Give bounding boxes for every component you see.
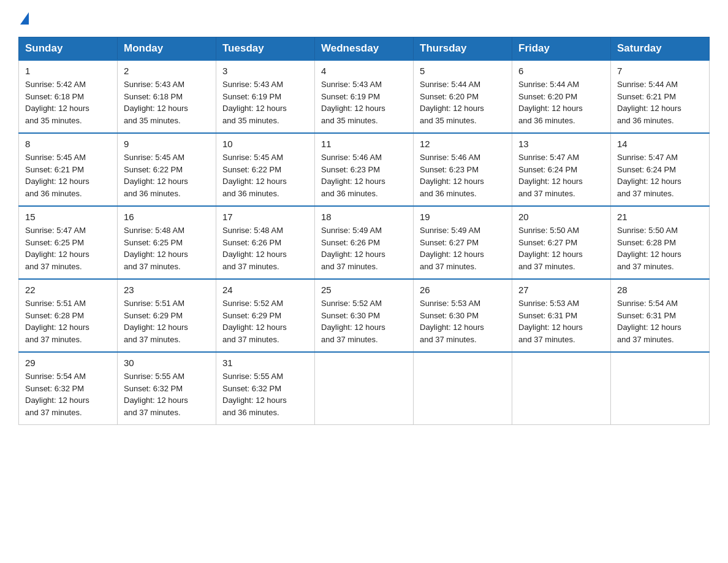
calendar-cell: 27Sunrise: 5:53 AMSunset: 6:31 PMDayligh… (512, 279, 611, 352)
header (18, 12, 710, 26)
day-info: Sunrise: 5:51 AMSunset: 6:29 PMDaylight:… (124, 297, 210, 345)
day-info: Sunrise: 5:44 AMSunset: 6:20 PMDaylight:… (518, 79, 604, 126)
day-info: Sunrise: 5:52 AMSunset: 6:30 PMDaylight:… (321, 297, 407, 345)
calendar-cell: 4Sunrise: 5:43 AMSunset: 6:19 PMDaylight… (315, 60, 414, 133)
calendar-cell: 17Sunrise: 5:48 AMSunset: 6:26 PMDayligh… (216, 206, 315, 279)
calendar-cell: 10Sunrise: 5:45 AMSunset: 6:22 PMDayligh… (216, 133, 315, 206)
day-number: 22 (25, 285, 111, 295)
calendar-cell: 24Sunrise: 5:52 AMSunset: 6:29 PMDayligh… (216, 279, 315, 352)
calendar-cell: 22Sunrise: 5:51 AMSunset: 6:28 PMDayligh… (19, 279, 118, 352)
day-info: Sunrise: 5:46 AMSunset: 6:23 PMDaylight:… (420, 151, 506, 199)
day-info: Sunrise: 5:44 AMSunset: 6:20 PMDaylight:… (420, 79, 506, 126)
day-info: Sunrise: 5:51 AMSunset: 6:28 PMDaylight:… (25, 297, 111, 345)
day-number: 24 (222, 285, 308, 295)
header-monday: Monday (118, 37, 216, 61)
calendar-cell: 16Sunrise: 5:48 AMSunset: 6:25 PMDayligh… (118, 206, 216, 279)
calendar-cell: 8Sunrise: 5:45 AMSunset: 6:21 PMDaylight… (19, 133, 118, 206)
day-info: Sunrise: 5:44 AMSunset: 6:21 PMDaylight:… (617, 79, 703, 126)
day-number: 31 (222, 358, 308, 368)
day-info: Sunrise: 5:43 AMSunset: 6:19 PMDaylight:… (321, 79, 407, 126)
header-tuesday: Tuesday (216, 37, 315, 61)
day-number: 16 (124, 212, 210, 222)
day-number: 17 (222, 212, 308, 222)
header-sunday: Sunday (19, 37, 118, 61)
calendar-cell: 7Sunrise: 5:44 AMSunset: 6:21 PMDaylight… (611, 60, 710, 133)
day-info: Sunrise: 5:49 AMSunset: 6:27 PMDaylight:… (420, 224, 506, 272)
calendar-cell: 11Sunrise: 5:46 AMSunset: 6:23 PMDayligh… (315, 133, 414, 206)
day-number: 25 (321, 285, 407, 295)
calendar-cell: 19Sunrise: 5:49 AMSunset: 6:27 PMDayligh… (414, 206, 512, 279)
day-info: Sunrise: 5:45 AMSunset: 6:22 PMDaylight:… (124, 151, 210, 199)
day-info: Sunrise: 5:53 AMSunset: 6:30 PMDaylight:… (420, 297, 506, 345)
calendar-week-row: 8Sunrise: 5:45 AMSunset: 6:21 PMDaylight… (19, 133, 710, 206)
header-thursday: Thursday (414, 37, 512, 61)
day-number: 4 (321, 66, 407, 76)
day-info: Sunrise: 5:43 AMSunset: 6:18 PMDaylight:… (124, 79, 210, 126)
header-friday: Friday (512, 37, 611, 61)
day-number: 10 (222, 139, 308, 149)
calendar-cell: 13Sunrise: 5:47 AMSunset: 6:24 PMDayligh… (512, 133, 611, 206)
calendar-week-row: 29Sunrise: 5:54 AMSunset: 6:32 PMDayligh… (19, 352, 710, 425)
day-number: 27 (518, 285, 604, 295)
calendar-cell: 30Sunrise: 5:55 AMSunset: 6:32 PMDayligh… (118, 352, 216, 425)
day-info: Sunrise: 5:55 AMSunset: 6:32 PMDaylight:… (124, 370, 210, 418)
day-info: Sunrise: 5:42 AMSunset: 6:18 PMDaylight:… (25, 79, 111, 126)
day-number: 8 (25, 139, 111, 149)
day-info: Sunrise: 5:46 AMSunset: 6:23 PMDaylight:… (321, 151, 407, 199)
day-number: 15 (25, 212, 111, 222)
day-info: Sunrise: 5:53 AMSunset: 6:31 PMDaylight:… (518, 297, 604, 345)
day-info: Sunrise: 5:47 AMSunset: 6:25 PMDaylight:… (25, 224, 111, 272)
calendar-cell (611, 352, 710, 425)
day-info: Sunrise: 5:49 AMSunset: 6:26 PMDaylight:… (321, 224, 407, 272)
calendar-cell: 6Sunrise: 5:44 AMSunset: 6:20 PMDaylight… (512, 60, 611, 133)
calendar-week-row: 22Sunrise: 5:51 AMSunset: 6:28 PMDayligh… (19, 279, 710, 352)
day-info: Sunrise: 5:45 AMSunset: 6:21 PMDaylight:… (25, 151, 111, 199)
day-number: 28 (617, 285, 703, 295)
day-number: 30 (124, 358, 210, 368)
day-info: Sunrise: 5:55 AMSunset: 6:32 PMDaylight:… (222, 370, 308, 418)
calendar-cell: 1Sunrise: 5:42 AMSunset: 6:18 PMDaylight… (19, 60, 118, 133)
day-info: Sunrise: 5:52 AMSunset: 6:29 PMDaylight:… (222, 297, 308, 345)
day-number: 13 (518, 139, 604, 149)
calendar-cell: 15Sunrise: 5:47 AMSunset: 6:25 PMDayligh… (19, 206, 118, 279)
day-number: 11 (321, 139, 407, 149)
calendar-cell: 14Sunrise: 5:47 AMSunset: 6:24 PMDayligh… (611, 133, 710, 206)
day-info: Sunrise: 5:54 AMSunset: 6:32 PMDaylight:… (25, 370, 111, 418)
logo (18, 12, 29, 26)
calendar-cell: 21Sunrise: 5:50 AMSunset: 6:28 PMDayligh… (611, 206, 710, 279)
day-number: 26 (420, 285, 506, 295)
calendar-cell: 31Sunrise: 5:55 AMSunset: 6:32 PMDayligh… (216, 352, 315, 425)
day-info: Sunrise: 5:48 AMSunset: 6:26 PMDaylight:… (222, 224, 308, 272)
day-info: Sunrise: 5:47 AMSunset: 6:24 PMDaylight:… (617, 151, 703, 199)
day-info: Sunrise: 5:54 AMSunset: 6:31 PMDaylight:… (617, 297, 703, 345)
day-number: 18 (321, 212, 407, 222)
day-info: Sunrise: 5:48 AMSunset: 6:25 PMDaylight:… (124, 224, 210, 272)
day-info: Sunrise: 5:45 AMSunset: 6:22 PMDaylight:… (222, 151, 308, 199)
day-number: 1 (25, 66, 111, 76)
day-number: 21 (617, 212, 703, 222)
day-number: 23 (124, 285, 210, 295)
calendar-cell: 18Sunrise: 5:49 AMSunset: 6:26 PMDayligh… (315, 206, 414, 279)
day-info: Sunrise: 5:43 AMSunset: 6:19 PMDaylight:… (222, 79, 308, 126)
day-info: Sunrise: 5:50 AMSunset: 6:27 PMDaylight:… (518, 224, 604, 272)
calendar-week-row: 15Sunrise: 5:47 AMSunset: 6:25 PMDayligh… (19, 206, 710, 279)
day-number: 9 (124, 139, 210, 149)
calendar-week-row: 1Sunrise: 5:42 AMSunset: 6:18 PMDaylight… (19, 60, 710, 133)
calendar-cell: 3Sunrise: 5:43 AMSunset: 6:19 PMDaylight… (216, 60, 315, 133)
calendar-cell: 2Sunrise: 5:43 AMSunset: 6:18 PMDaylight… (118, 60, 216, 133)
day-number: 6 (518, 66, 604, 76)
day-number: 20 (518, 212, 604, 222)
calendar-header-row: SundayMondayTuesdayWednesdayThursdayFrid… (19, 37, 710, 61)
day-number: 19 (420, 212, 506, 222)
calendar-cell: 28Sunrise: 5:54 AMSunset: 6:31 PMDayligh… (611, 279, 710, 352)
logo-triangle-icon (20, 12, 29, 25)
calendar-cell (315, 352, 414, 425)
day-number: 2 (124, 66, 210, 76)
day-number: 29 (25, 358, 111, 368)
day-number: 12 (420, 139, 506, 149)
calendar-cell: 25Sunrise: 5:52 AMSunset: 6:30 PMDayligh… (315, 279, 414, 352)
calendar-cell: 20Sunrise: 5:50 AMSunset: 6:27 PMDayligh… (512, 206, 611, 279)
day-number: 7 (617, 66, 703, 76)
calendar-cell: 29Sunrise: 5:54 AMSunset: 6:32 PMDayligh… (19, 352, 118, 425)
day-number: 3 (222, 66, 308, 76)
